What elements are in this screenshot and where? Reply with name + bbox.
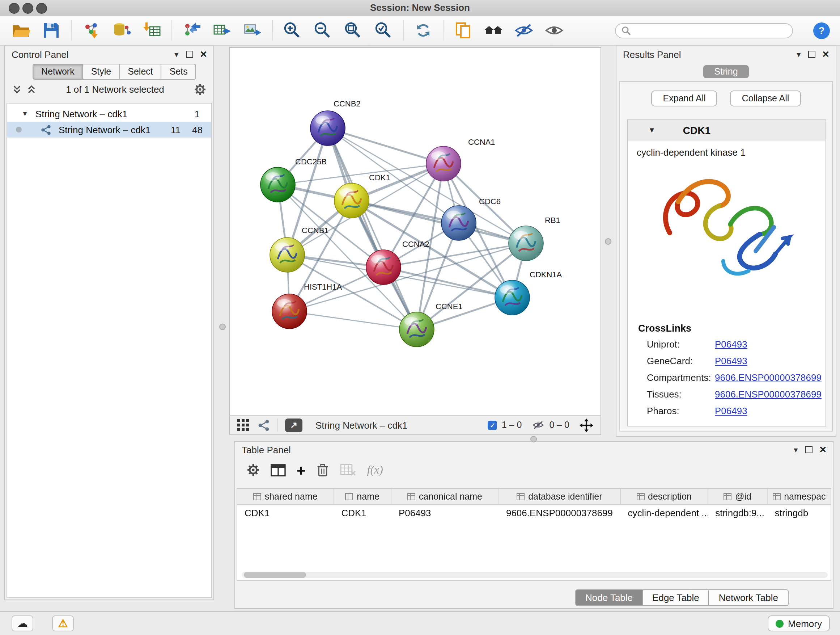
search-input[interactable] (635, 25, 786, 36)
pharos-link[interactable]: P06493 (715, 405, 747, 418)
tab-edge-table[interactable]: Edge Table (643, 589, 709, 606)
export-network-button[interactable] (181, 19, 202, 41)
network-options-gear-icon[interactable] (194, 83, 206, 96)
network-canvas[interactable]: CCNB2CCNA1CDC25BCDK1CDC6RB1CCNB1CCNA2CDK… (230, 48, 600, 415)
network-node-RB1[interactable] (508, 226, 543, 261)
table-options-gear-icon[interactable] (247, 463, 260, 477)
float-panel-icon[interactable] (808, 51, 815, 58)
collapse-panel-icon[interactable]: ▾ (797, 50, 801, 58)
zoom-in-button[interactable] (281, 19, 303, 41)
import-network-from-file-button[interactable] (80, 19, 102, 41)
show-all-button[interactable] (543, 19, 565, 41)
home-button[interactable] (483, 19, 504, 41)
zoom-fit-button[interactable] (342, 19, 364, 41)
tab-network-table[interactable]: Network Table (709, 589, 788, 606)
open-copy-button[interactable] (452, 19, 474, 41)
import-table-icon (142, 21, 161, 40)
close-panel-icon[interactable]: × (200, 49, 207, 60)
column-header-canonical-name[interactable]: canonical name (392, 489, 499, 504)
open-in-new-window-button[interactable]: ↗ (285, 418, 302, 432)
expand-all-chevron-icon[interactable] (12, 85, 22, 94)
tab-select[interactable]: Select (120, 64, 162, 80)
table-panel-header: Table Panel ▾ × (235, 442, 833, 458)
protein-card-header[interactable]: ▼ CDK1 (628, 120, 826, 141)
collapse-all-chevron-icon[interactable] (27, 85, 36, 94)
search-box[interactable] (615, 23, 793, 38)
share-network-icon[interactable] (257, 419, 270, 431)
network-row-selected[interactable]: String Network – cdk1 11 48 (7, 122, 211, 138)
tissues-link[interactable]: 9606.ENSP00000378699 (715, 389, 821, 401)
collapse-all-button[interactable]: Collapse All (730, 90, 801, 106)
compartments-link[interactable]: 9606.ENSP00000378699 (715, 372, 821, 385)
bottom-splitter-handle[interactable] (531, 436, 537, 442)
network-node-CCNA2[interactable] (366, 250, 401, 285)
export-table-button[interactable] (211, 19, 233, 41)
left-splitter-handle[interactable] (219, 324, 226, 330)
control-panel: Control Panel ▾ × Network Style Select S… (4, 46, 214, 600)
network-node-CCNB2[interactable] (310, 111, 345, 146)
show-columns-icon[interactable] (271, 463, 286, 477)
collapse-panel-icon[interactable]: ▾ (174, 50, 178, 58)
tab-style[interactable]: Style (83, 64, 120, 80)
tab-sets[interactable]: Sets (162, 64, 196, 80)
import-table-from-file-button[interactable] (141, 19, 163, 41)
expand-all-button[interactable]: Expand All (652, 90, 717, 106)
protein-disclosure-icon[interactable]: ▼ (648, 126, 655, 134)
network-node-CDKN1A[interactable] (495, 280, 530, 315)
network-collection-row[interactable]: ▼ String Network – cdk1 1 (7, 106, 211, 122)
function-builder-icon[interactable]: f(x) (367, 463, 383, 477)
right-splitter-handle[interactable] (605, 238, 611, 245)
hide-selected-button[interactable] (513, 19, 535, 41)
collection-disclosure-icon[interactable]: ▼ (22, 110, 28, 117)
help-button[interactable]: ? (813, 22, 830, 39)
network-node-CDK1[interactable] (334, 183, 369, 218)
uniprot-link[interactable]: P06493 (715, 339, 747, 351)
zoom-selected-button[interactable] (373, 19, 394, 41)
hidden-eye-slash-icon[interactable] (532, 419, 545, 431)
column-header-database-identifier[interactable]: database identifier (499, 489, 621, 504)
cloud-status-button[interactable]: ☁ (11, 616, 33, 631)
node-label-CCNA1: CCNA1 (468, 138, 495, 147)
tab-string[interactable]: String (703, 65, 748, 78)
collapse-panel-icon[interactable]: ▾ (794, 446, 798, 454)
add-column-icon[interactable]: + (297, 462, 306, 478)
open-session-button[interactable] (10, 19, 32, 41)
save-session-button[interactable] (41, 19, 62, 41)
column-header-id[interactable]: @id (708, 489, 767, 504)
network-node-CCNA1[interactable] (426, 146, 461, 181)
column-type-icon (253, 493, 261, 500)
close-panel-icon[interactable]: × (819, 444, 826, 455)
import-network-from-database-button[interactable] (111, 19, 133, 41)
warnings-button[interactable]: ⚠ (52, 616, 74, 631)
horizontal-scrollbar[interactable] (242, 572, 828, 578)
crosslink-label: Uniprot: (647, 339, 715, 351)
column-header-shared-name[interactable]: shared name (237, 489, 334, 504)
float-panel-icon[interactable] (186, 51, 193, 58)
tab-node-table[interactable]: Node Table (575, 589, 643, 606)
export-image-button[interactable] (242, 19, 264, 41)
network-node-CDC6[interactable] (441, 206, 476, 241)
pan-crosshair-icon[interactable] (579, 418, 593, 432)
table-row[interactable]: CDK1 CDK1 P06493 9606.ENSP00000378699 cy… (237, 505, 831, 521)
close-panel-icon[interactable]: × (822, 49, 829, 60)
genecard-link[interactable]: P06493 (715, 356, 747, 368)
network-node-CDC25B[interactable] (261, 167, 295, 202)
birdseye-view-icon[interactable] (237, 419, 250, 431)
column-type-icon (772, 493, 780, 500)
delete-table-icon[interactable] (340, 463, 356, 477)
float-panel-icon[interactable] (805, 446, 812, 453)
scrollbar-thumb[interactable] (244, 572, 306, 578)
zoom-out-button[interactable] (312, 19, 333, 41)
column-header-description[interactable]: description (621, 489, 708, 504)
network-node-HIST1H1A[interactable] (272, 294, 307, 329)
results-panel: Results Panel ▾ × String Expand All Coll… (616, 46, 836, 437)
network-node-CCNE1[interactable] (399, 312, 434, 347)
column-header-namespace[interactable]: namespac (767, 489, 831, 504)
column-header-name[interactable]: name (334, 489, 391, 504)
refresh-view-button[interactable] (412, 19, 434, 41)
network-node-CCNB1[interactable] (270, 238, 305, 272)
delete-column-trash-icon[interactable] (317, 463, 330, 477)
memory-button[interactable]: Memory (767, 616, 830, 631)
selected-checkbox-icon[interactable]: ✓ (488, 420, 497, 430)
tab-network[interactable]: Network (33, 64, 83, 80)
